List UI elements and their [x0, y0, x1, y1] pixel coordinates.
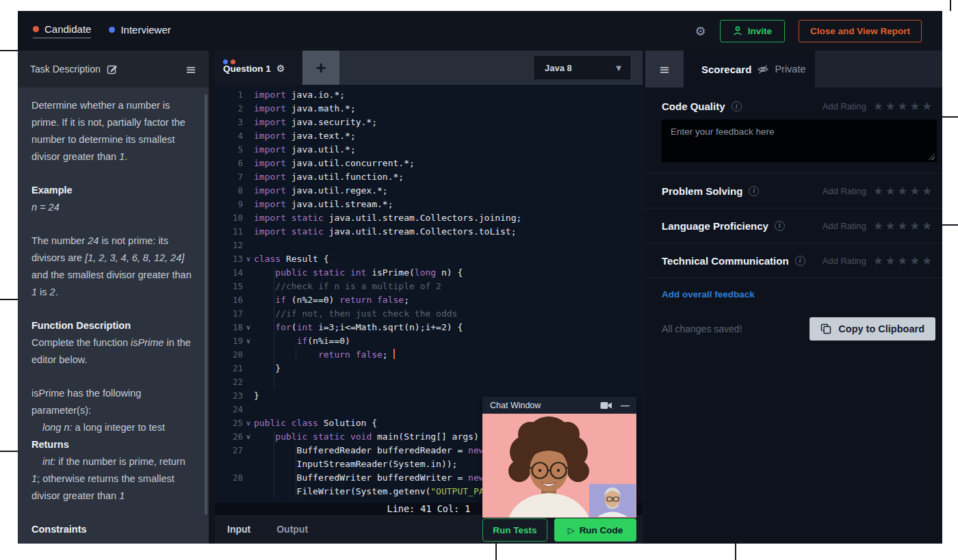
run-tests-button[interactable]: Run Tests [482, 518, 547, 542]
code-line[interactable]: 6import java.util.concurrent.*; [215, 157, 643, 170]
star-icon[interactable]: ★ [898, 100, 910, 113]
language-dropdown[interactable]: Java 8 ▼ [534, 56, 630, 79]
code-line[interactable]: 1import java.io.*; [215, 88, 643, 102]
code-line[interactable]: 4import java.text.*; [215, 129, 643, 143]
invite-button[interactable]: Invite [720, 20, 785, 42]
code-line[interactable]: 21 } [215, 362, 643, 375]
code-line[interactable]: 7import java.util.function.*; [215, 170, 643, 184]
code-line[interactable]: 15 //check if n is a multiple of 2 [215, 280, 643, 293]
scorecard-panel: ≡ Scorecard Private Code QualityiAdd Rat… [645, 51, 942, 544]
close-report-label: Close and View Report [810, 26, 910, 36]
code-token [254, 431, 275, 442]
fold-chevron-icon[interactable]: ∨ [243, 416, 254, 430]
task-paragraph: Determine whether a number is prime. If … [31, 97, 194, 165]
star-icon[interactable]: ★ [885, 100, 898, 113]
code-line[interactable]: 18∨ for(int i=3;i<=Math.sqrt(n);i+=2) { [215, 321, 643, 334]
info-icon[interactable]: i [795, 256, 805, 266]
star-icon[interactable]: ★ [898, 219, 910, 232]
spacer [31, 505, 194, 521]
minimize-icon[interactable]: — [621, 401, 630, 410]
code-text: } [254, 363, 281, 373]
indent-guide [296, 471, 296, 485]
star-icon[interactable]: ★ [885, 185, 898, 198]
question-tab[interactable]: Question 1 ⚙ [215, 51, 302, 85]
star-icon[interactable]: ★ [922, 219, 934, 232]
code-token: (n%2==0) [286, 295, 339, 305]
code-line[interactable]: 19∨ if(n%i==0) [215, 334, 643, 348]
code-line[interactable]: 16 if (n%2==0) return false; [215, 293, 643, 307]
code-token [307, 267, 313, 278]
code-token: import [254, 185, 286, 196]
run-tests-label: Run Tests [493, 525, 536, 535]
task-menu-icon[interactable]: ≡ [185, 63, 196, 76]
code-line[interactable]: 12 [215, 239, 643, 252]
star-icon[interactable]: ★ [873, 254, 885, 267]
copy-to-clipboard-button[interactable]: Copy to Clipboard [810, 317, 935, 341]
fold-chevron-icon[interactable]: ∨ [243, 430, 254, 444]
task-scrollbar-thumb[interactable] [205, 94, 207, 515]
star-icon[interactable]: ★ [922, 254, 934, 267]
fold-chevron-icon[interactable]: ∨ [243, 321, 254, 334]
chat-window[interactable]: Chat Window — [482, 397, 636, 518]
indent-guide [296, 444, 296, 457]
code-line[interactable]: 8import java.util.regex.*; [215, 184, 643, 198]
close-and-view-report-button[interactable]: Close and View Report [799, 20, 922, 42]
star-icon[interactable]: ★ [909, 219, 922, 232]
candidate-toggle[interactable]: Candidate [33, 23, 91, 38]
star-icon[interactable]: ★ [873, 100, 885, 113]
code-line[interactable]: 2import java.math.*; [215, 102, 643, 116]
add-question-button[interactable]: + [302, 51, 339, 85]
info-icon[interactable]: i [749, 186, 759, 196]
star-icon[interactable]: ★ [909, 185, 922, 198]
code-line[interactable]: 13∨class Result { [215, 252, 643, 266]
task-paragraph: long n: a long integer to test [31, 419, 194, 436]
add-overall-feedback-link[interactable]: Add overall feedback [662, 289, 926, 299]
star-icon[interactable]: ★ [898, 185, 910, 198]
resize-grip[interactable] [929, 154, 935, 160]
tab-output[interactable]: Output [276, 524, 308, 535]
question-settings-gear-icon[interactable]: ⚙ [276, 63, 285, 74]
star-icon[interactable]: ★ [898, 254, 910, 267]
star-icon[interactable]: ★ [909, 100, 922, 113]
feedback-block [645, 114, 942, 173]
code-line[interactable]: 22 [215, 375, 643, 389]
settings-gear-icon[interactable]: ⚙ [695, 24, 706, 38]
code-line[interactable]: 5import java.util.*; [215, 143, 643, 157]
star-icon[interactable]: ★ [922, 185, 934, 198]
interviewer-toggle[interactable]: Interviewer [109, 24, 170, 38]
code-token [286, 418, 292, 428]
star-icon[interactable]: ★ [909, 254, 922, 267]
code-line[interactable]: 3import java.security.*; [215, 116, 643, 129]
feedback-textarea[interactable] [662, 120, 937, 162]
task-paragraph: Complete the function isPrime in the edi… [31, 334, 194, 369]
edit-pencil-icon[interactable] [107, 64, 118, 75]
code-line[interactable]: 14 public static int isPrime(long n) { [215, 266, 643, 280]
star-icon[interactable]: ★ [873, 185, 885, 198]
scorecard-category-row: Problem SolvingiAdd Rating★★★★★ [645, 174, 942, 208]
tab-input[interactable]: Input [227, 524, 250, 535]
tab-scorecard[interactable]: Scorecard Private [684, 51, 815, 88]
scorecard-menu-icon[interactable]: ≡ [645, 51, 684, 88]
code-line[interactable]: 10import static java.util.stream.Collect… [215, 211, 643, 225]
frame-line [942, 224, 958, 226]
line-number: 13 [215, 252, 243, 266]
code-token: java.util.*; [286, 144, 356, 155]
code-token: (n%i==0) [307, 336, 350, 346]
indent-guide [296, 348, 296, 362]
star-icon[interactable]: ★ [885, 219, 898, 232]
run-code-button[interactable]: ▷ Run Code [554, 518, 636, 542]
code-text: //if not, then just check the odds [254, 308, 457, 319]
star-icon[interactable]: ★ [885, 254, 898, 267]
fold-chevron-icon[interactable]: ∨ [243, 334, 254, 348]
star-icon[interactable]: ★ [922, 100, 934, 113]
video-camera-icon[interactable] [600, 401, 612, 410]
code-line[interactable]: 17 //if not, then just check the odds [215, 307, 643, 321]
code-line[interactable]: 11import static java.util.stream.Collect… [215, 225, 643, 239]
info-icon[interactable]: i [732, 101, 742, 111]
copy-button-label: Copy to Clipboard [838, 323, 924, 334]
code-line[interactable]: 20 return false; [215, 348, 643, 362]
code-line[interactable]: 9import java.util.stream.*; [215, 198, 643, 211]
fold-chevron-icon[interactable]: ∨ [243, 252, 254, 266]
star-icon[interactable]: ★ [873, 219, 885, 232]
info-icon[interactable]: i [775, 221, 785, 231]
